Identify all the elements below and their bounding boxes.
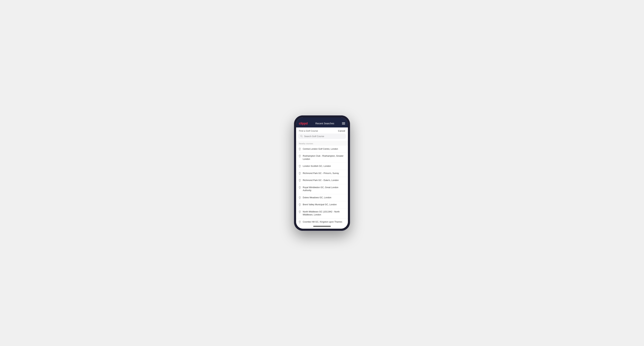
home-indicator (296, 224, 348, 229)
main-content: Find a Golf Course Cancel Nearby courses (296, 128, 348, 224)
nav-title: Recent Searches (315, 122, 334, 125)
location-pin-icon (298, 172, 301, 175)
location-pin-icon (298, 179, 301, 182)
location-pin-icon (298, 148, 301, 151)
course-name: North Middlesex GC (1011942 - North Midd… (303, 210, 346, 216)
svg-point-9 (300, 204, 300, 204)
search-input[interactable] (304, 135, 344, 138)
course-list-item[interactable]: Richmond Park GC - Prince's, Surrey (296, 170, 348, 177)
search-input-wrapper (298, 134, 346, 139)
svg-point-5 (300, 173, 300, 173)
course-list: Central London Golf Centre, London Roeha… (296, 146, 348, 224)
course-name: Dukes Meadows GC, London (303, 196, 331, 199)
course-name: London Scottish GC, London (303, 165, 331, 168)
phone-frame: clippd Recent Searches Find a Golf Cours… (294, 115, 350, 231)
svg-point-11 (300, 221, 300, 222)
course-name: Richmond Park GC - Prince's, Surrey (303, 172, 339, 175)
course-list-item[interactable]: Royal Wimbledon GC, Great London Authori… (296, 184, 348, 194)
app-logo: clippd (299, 122, 308, 125)
svg-point-7 (300, 187, 300, 187)
location-pin-icon (298, 196, 301, 199)
course-list-item[interactable]: North Middlesex GC (1011942 - North Midd… (296, 208, 348, 218)
course-list-item[interactable]: Richmond Park GC - Duke's, London (296, 177, 348, 184)
nav-bar: clippd Recent Searches (296, 120, 348, 128)
search-container (296, 134, 348, 141)
svg-line-1 (302, 137, 302, 137)
location-pin-icon (298, 155, 301, 158)
location-pin-icon (298, 210, 301, 213)
status-bar (296, 118, 348, 120)
home-bar (313, 226, 331, 227)
svg-point-2 (300, 149, 300, 149)
menu-icon[interactable] (342, 122, 345, 125)
svg-point-3 (300, 156, 300, 156)
course-name: Brent Valley Municipal GC, London (303, 203, 337, 206)
course-list-item[interactable]: London Scottish GC, London (296, 163, 348, 170)
course-name: Richmond Park GC - Duke's, London (303, 179, 339, 182)
find-label: Find a Golf Course (299, 130, 318, 132)
location-pin-icon (298, 186, 301, 189)
svg-point-8 (300, 197, 300, 197)
course-list-item[interactable]: Roehampton Club - Roehampton, Greater Lo… (296, 153, 348, 163)
svg-point-6 (300, 180, 300, 180)
course-name: Central London Golf Centre, London (303, 148, 338, 151)
course-name: Royal Wimbledon GC, Great London Authori… (303, 186, 346, 192)
location-pin-icon (298, 165, 301, 168)
course-list-item[interactable]: Central London Golf Centre, London (296, 146, 348, 153)
location-pin-icon (298, 203, 301, 206)
nearby-section-label: Nearby courses (296, 141, 348, 146)
course-list-item[interactable]: Dukes Meadows GC, London (296, 194, 348, 201)
course-list-item[interactable]: Coombe Hill GC, Kingston upon Thames (296, 218, 348, 224)
course-name: Roehampton Club - Roehampton, Greater Lo… (303, 155, 346, 161)
svg-point-4 (300, 166, 300, 166)
course-name: Coombe Hill GC, Kingston upon Thames (303, 220, 342, 224)
cancel-button[interactable]: Cancel (338, 130, 345, 132)
course-list-item[interactable]: Brent Valley Municipal GC, London (296, 201, 348, 208)
search-icon (300, 135, 303, 137)
svg-point-10 (300, 211, 300, 212)
svg-point-0 (300, 135, 302, 137)
location-pin-icon (298, 221, 301, 223)
phone-screen: clippd Recent Searches Find a Golf Cours… (296, 118, 348, 229)
find-header: Find a Golf Course Cancel (296, 128, 348, 134)
